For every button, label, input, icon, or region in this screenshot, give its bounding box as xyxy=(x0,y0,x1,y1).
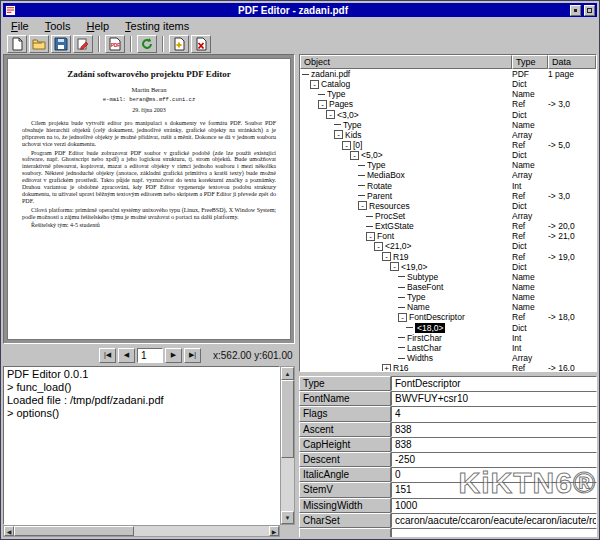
edit-button[interactable] xyxy=(73,35,93,53)
menu-item-file[interactable]: File xyxy=(11,20,29,32)
tree-row[interactable]: WidthsArray xyxy=(300,353,596,363)
collapse-icon[interactable]: - xyxy=(390,262,399,271)
tree-row[interactable]: -PagesRef-> 3,0 xyxy=(300,99,596,109)
scroll-up-icon[interactable]: ▲ xyxy=(281,367,294,380)
tree-row[interactable]: zadani.pdfPDF1 page xyxy=(300,69,596,79)
column-header-data[interactable]: Data xyxy=(548,55,596,69)
property-value-field[interactable]: 1000 xyxy=(391,498,597,513)
save-button[interactable] xyxy=(51,35,71,53)
property-value-field[interactable]: -250 xyxy=(391,452,597,467)
collapse-icon[interactable]: - xyxy=(318,100,327,109)
tree-node-type: Int xyxy=(512,181,548,191)
tree-row[interactable]: <18,0>Dict xyxy=(300,323,596,333)
collapse-icon[interactable]: - xyxy=(334,130,343,139)
property-value-field[interactable]: 151 xyxy=(391,482,597,497)
tree-row[interactable]: +R16Ref-> 16,0 xyxy=(300,363,596,371)
page-number-field[interactable]: 1 xyxy=(137,348,163,363)
tree-node-label: Pages xyxy=(329,99,353,109)
tree-node-label: <19,0> xyxy=(401,262,427,272)
object-tree[interactable]: zadani.pdfPDF1 page-CatalogDictTypeName-… xyxy=(300,69,596,371)
column-header-type[interactable]: Type xyxy=(512,55,548,69)
page-navigation-bar: |◀ ◀ 1 ▶ ▶| x:562.00 y:601.00 xyxy=(3,346,295,364)
tree-row[interactable]: FirstCharInt xyxy=(300,333,596,343)
column-header-object[interactable]: Object xyxy=(300,55,512,69)
tree-row[interactable]: BaseFontName xyxy=(300,282,596,292)
refresh-button[interactable] xyxy=(137,35,157,53)
property-label: Flags xyxy=(299,406,391,421)
add-page-button[interactable] xyxy=(169,35,189,53)
tree-node-label: Kids xyxy=(345,130,362,140)
svg-text:PDF: PDF xyxy=(111,43,120,48)
property-value-field[interactable]: BWVFUY+csr10 xyxy=(391,391,597,406)
property-label: MissingWidth xyxy=(299,498,391,513)
collapse-icon[interactable]: - xyxy=(382,252,391,261)
menu-item-testing-items[interactable]: Testing items xyxy=(125,20,189,32)
collapse-icon[interactable]: - xyxy=(366,232,375,241)
expand-icon[interactable]: + xyxy=(382,364,391,371)
pdf-preview-pane[interactable]: Zadání softwarového projektu PDF Editor … xyxy=(3,54,295,344)
tree-row[interactable]: -R19Ref-> 19,0 xyxy=(300,252,596,262)
console-output[interactable]: PDF Editor 0.0.1> func_load()Loaded file… xyxy=(3,366,280,525)
remove-page-button[interactable] xyxy=(191,35,211,53)
tree-row[interactable]: -<3,0>Dict xyxy=(300,110,596,120)
property-value-field[interactable]: ccaron/aacute/ccaron/eacute/ecaron/iacut… xyxy=(391,513,597,528)
tree-row[interactable]: TypeName xyxy=(300,292,596,302)
new-document-button[interactable] xyxy=(7,35,27,53)
iconify-button[interactable] xyxy=(570,5,581,16)
collapse-icon[interactable]: - xyxy=(374,242,383,251)
tree-row[interactable]: TypeName xyxy=(300,160,596,170)
next-page-button[interactable]: ▶ xyxy=(165,348,182,363)
scrollbar-thumb[interactable] xyxy=(14,526,134,536)
console-vertical-scrollbar[interactable]: ▲ ▼ xyxy=(280,366,295,525)
tree-row[interactable]: -<19,0>Dict xyxy=(300,262,596,272)
tree-row[interactable]: -ResourcesDict xyxy=(300,201,596,211)
tree-row[interactable]: -FontDescriptorRef-> 18,0 xyxy=(300,312,596,322)
collapse-icon[interactable]: - xyxy=(310,80,319,89)
menu-item-help[interactable]: Help xyxy=(86,20,109,32)
collapse-icon[interactable]: - xyxy=(350,151,359,160)
property-value-field[interactable]: 0 xyxy=(391,467,597,482)
property-value-field[interactable]: 838 xyxy=(391,437,597,452)
tree-row[interactable]: -<5,0>Dict xyxy=(300,150,596,160)
scroll-right-icon[interactable]: ▶ xyxy=(269,526,279,536)
tree-row[interactable]: NameName xyxy=(300,302,596,312)
tree-row[interactable]: -KidsArray xyxy=(300,130,596,140)
collapse-icon[interactable]: - xyxy=(398,313,407,322)
property-value-field[interactable]: 4 xyxy=(391,406,597,421)
open-file-button[interactable] xyxy=(29,35,49,53)
property-value-field[interactable] xyxy=(391,528,597,537)
tree-row[interactable]: ParentRef-> 3,0 xyxy=(300,191,596,201)
toolbar: PDF xyxy=(3,33,597,54)
last-page-button[interactable]: ▶| xyxy=(184,348,201,363)
collapse-icon[interactable]: - xyxy=(342,141,351,150)
console-horizontal-scrollbar[interactable]: ◀ ▶ xyxy=(3,525,280,537)
tree-row[interactable]: TypeName xyxy=(300,89,596,99)
collapse-icon[interactable]: - xyxy=(326,110,335,119)
tree-row[interactable]: -<21,0>Dict xyxy=(300,241,596,251)
property-value-field[interactable]: FontDescriptor xyxy=(391,376,597,391)
property-value-field[interactable]: 838 xyxy=(391,422,597,437)
tree-row[interactable]: -CatalogDict xyxy=(300,79,596,89)
tree-row[interactable]: ExtGStateRef-> 20,0 xyxy=(300,221,596,231)
pdf-document-button[interactable]: PDF xyxy=(105,35,125,53)
maximize-button[interactable] xyxy=(584,5,595,16)
scroll-down-icon[interactable]: ▼ xyxy=(281,511,294,524)
tree-row[interactable]: ProcSetArray xyxy=(300,211,596,221)
titlebar[interactable]: PDF Editor - zadani.pdf xyxy=(3,3,597,17)
tree-row[interactable]: RotateInt xyxy=(300,181,596,191)
previous-page-button[interactable]: ◀ xyxy=(118,348,135,363)
document-paragraph: Program PDF Editor bude zobrazovat PDF s… xyxy=(22,150,276,205)
scroll-left-icon[interactable]: ◀ xyxy=(4,526,14,536)
menu-item-tools[interactable]: Tools xyxy=(45,20,71,32)
tree-row[interactable]: -FontRef-> 21,0 xyxy=(300,231,596,241)
tree-row[interactable]: LastCharInt xyxy=(300,343,596,353)
tree-row[interactable]: MediaBoxArray xyxy=(300,170,596,180)
menubar: FileToolsHelpTesting items xyxy=(3,18,597,33)
tree-row[interactable]: TypeName xyxy=(300,120,596,130)
scrollbar-thumb[interactable] xyxy=(281,380,294,458)
tree-row[interactable]: SubtypeName xyxy=(300,272,596,282)
collapse-icon[interactable]: - xyxy=(358,201,367,210)
first-page-button[interactable]: |◀ xyxy=(99,348,116,363)
tree-row[interactable]: -[0]Ref-> 5,0 xyxy=(300,140,596,150)
tree-branch-line xyxy=(398,276,405,277)
